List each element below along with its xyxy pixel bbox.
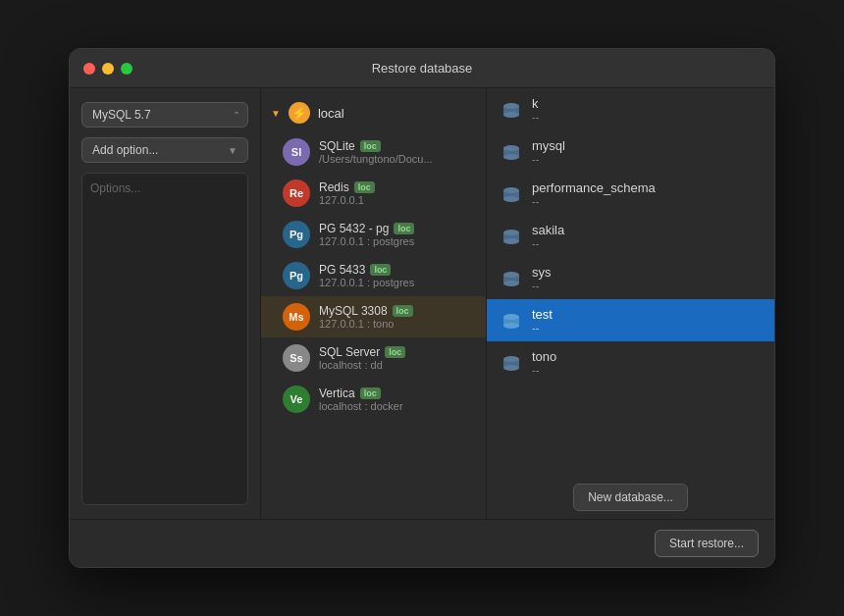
start-restore-label: Start restore... bbox=[669, 537, 744, 550]
connection-sub: 127.0.0.1 : postgres bbox=[319, 277, 474, 288]
connection-item[interactable]: SsSQL Serverloclocalhost : dd bbox=[261, 337, 486, 379]
schema-name: test bbox=[532, 307, 761, 322]
schema-item[interactable]: sakila-- bbox=[487, 215, 774, 257]
loc-badge: loc bbox=[394, 223, 414, 234]
maximize-button[interactable] bbox=[121, 63, 132, 75]
traffic-lights bbox=[83, 63, 132, 75]
connection-name-row: SQLiteloc bbox=[319, 139, 474, 153]
schema-item[interactable]: mysql-- bbox=[487, 130, 774, 173]
connection-name: PG 5432 - pg bbox=[319, 222, 389, 235]
database-icon bbox=[501, 183, 522, 205]
minimize-button[interactable] bbox=[102, 63, 114, 75]
database-icon bbox=[501, 352, 522, 374]
svg-point-14 bbox=[503, 272, 519, 278]
connection-sub: /Users/tungtono/Docu... bbox=[319, 153, 474, 165]
schema-info: test-- bbox=[532, 307, 761, 334]
schema-sub: -- bbox=[532, 322, 761, 334]
add-option-button[interactable]: Add option... ▼ bbox=[81, 137, 248, 163]
schemas-list: k--mysql--performance_schema--sakila--sy… bbox=[487, 88, 774, 476]
connection-sub: localhost : dd bbox=[319, 359, 474, 371]
right-panel-container: k--mysql--performance_schema--sakila--sy… bbox=[487, 88, 774, 519]
svg-point-7 bbox=[503, 196, 519, 202]
connection-name: Vertica bbox=[319, 386, 355, 400]
start-restore-button[interactable]: Start restore... bbox=[655, 530, 759, 557]
window-title: Restore database bbox=[372, 61, 473, 76]
connection-item[interactable]: SlSQLiteloc/Users/tungtono/Docu... bbox=[261, 131, 486, 173]
svg-point-17 bbox=[503, 314, 519, 320]
connection-item[interactable]: VeVerticaloclocalhost : docker bbox=[261, 379, 486, 420]
connection-name-row: Verticaloc bbox=[319, 386, 474, 400]
connection-info: Redisloc127.0.0.1 bbox=[319, 180, 474, 206]
connection-avatar: Ms bbox=[283, 303, 310, 331]
connections-list: SlSQLiteloc/Users/tungtono/Docu...ReRedi… bbox=[261, 131, 486, 420]
connection-item[interactable]: PgPG 5432 - pgloc127.0.0.1 : postgres bbox=[261, 214, 486, 255]
close-button[interactable] bbox=[83, 63, 95, 75]
connection-avatar: Sl bbox=[283, 138, 310, 166]
connection-info: SQL Serverloclocalhost : dd bbox=[319, 345, 474, 371]
connection-name: SQL Server bbox=[319, 345, 380, 359]
connection-info: PG 5433loc127.0.0.1 : postgres bbox=[319, 263, 474, 288]
schema-sub: -- bbox=[532, 153, 761, 165]
connection-item[interactable]: MsMySQL 3308loc127.0.0.1 : tono bbox=[261, 296, 486, 337]
schema-sub: -- bbox=[532, 280, 761, 291]
schema-info: tono-- bbox=[532, 349, 761, 376]
schema-item[interactable]: sys-- bbox=[487, 257, 774, 299]
schema-info: performance_schema-- bbox=[532, 180, 761, 207]
server-icon: ⚡ bbox=[289, 102, 310, 124]
schema-name: performance_schema bbox=[532, 180, 761, 195]
connection-item[interactable]: ReRedisloc127.0.0.1 bbox=[261, 173, 486, 214]
svg-point-13 bbox=[503, 281, 519, 286]
connection-name-row: Redisloc bbox=[319, 180, 474, 194]
connection-name-row: MySQL 3308loc bbox=[319, 304, 474, 318]
svg-point-11 bbox=[503, 230, 519, 235]
loc-badge: loc bbox=[360, 140, 381, 152]
connections-panel: ▼ ⚡ local SlSQLiteloc/Users/tungtono/Doc… bbox=[261, 88, 487, 519]
svg-point-4 bbox=[503, 154, 519, 160]
new-database-button[interactable]: New database... bbox=[573, 484, 688, 511]
svg-point-19 bbox=[503, 365, 519, 371]
new-database-label: New database... bbox=[588, 490, 673, 504]
schema-item[interactable]: tono-- bbox=[487, 341, 774, 384]
connection-name: MySQL 3308 bbox=[319, 304, 388, 318]
schema-name: sys bbox=[532, 265, 761, 280]
svg-point-20 bbox=[503, 356, 519, 362]
connection-info: MySQL 3308loc127.0.0.1 : tono bbox=[319, 304, 474, 330]
connection-name-row: PG 5432 - pgloc bbox=[319, 222, 474, 235]
connection-name-row: PG 5433loc bbox=[319, 263, 474, 277]
titlebar: Restore database bbox=[70, 49, 774, 88]
svg-point-8 bbox=[503, 187, 519, 193]
options-area: Options... bbox=[81, 173, 248, 505]
bottom-bar: Start restore... bbox=[70, 519, 774, 567]
connection-avatar: Re bbox=[283, 180, 310, 207]
connection-name: PG 5433 bbox=[319, 263, 365, 277]
database-icon bbox=[501, 226, 522, 247]
svg-point-1 bbox=[503, 112, 519, 118]
right-footer: New database... bbox=[487, 476, 774, 519]
server-header: ▼ ⚡ local bbox=[261, 94, 486, 131]
database-icon bbox=[501, 310, 522, 332]
database-icon bbox=[501, 268, 522, 289]
chevron-down-icon: ▼ bbox=[228, 145, 237, 156]
loc-badge: loc bbox=[370, 264, 391, 276]
connection-info: Verticaloclocalhost : docker bbox=[319, 386, 474, 412]
schema-item[interactable]: performance_schema-- bbox=[487, 173, 774, 215]
schema-item[interactable]: test-- bbox=[487, 299, 774, 341]
server-name: local bbox=[318, 106, 344, 121]
connection-item[interactable]: PgPG 5433loc127.0.0.1 : postgres bbox=[261, 255, 486, 296]
schema-sub: -- bbox=[532, 237, 761, 249]
loc-badge: loc bbox=[393, 305, 413, 317]
schema-item[interactable]: k-- bbox=[487, 88, 774, 130]
schema-info: k-- bbox=[532, 96, 761, 123]
connection-name: Redis bbox=[319, 180, 349, 194]
db-version-select[interactable]: MySQL 5.7 bbox=[81, 102, 248, 128]
tree-arrow-icon: ▼ bbox=[271, 108, 281, 119]
connection-avatar: Ve bbox=[283, 385, 310, 413]
add-option-label: Add option... bbox=[92, 143, 158, 157]
connection-sub: 127.0.0.1 : tono bbox=[319, 318, 474, 330]
connection-sub: 127.0.0.1 bbox=[319, 194, 474, 206]
schema-sub: -- bbox=[532, 111, 761, 123]
database-icon bbox=[501, 99, 522, 121]
schema-name: sakila bbox=[532, 223, 761, 237]
loc-badge: loc bbox=[360, 387, 381, 399]
svg-point-10 bbox=[503, 238, 519, 244]
